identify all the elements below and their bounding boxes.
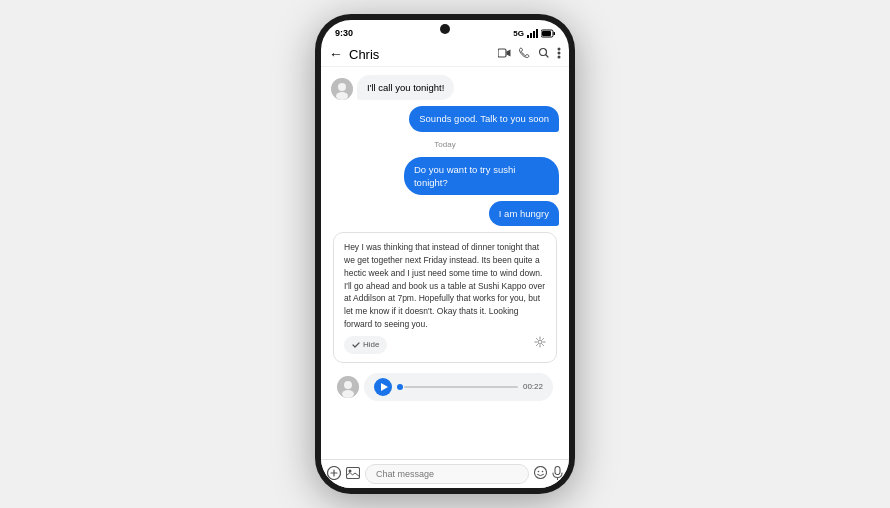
more-options-icon[interactable] <box>557 47 561 62</box>
image-icon[interactable] <box>346 467 360 482</box>
emoji-icon[interactable] <box>534 466 547 482</box>
chat-input[interactable] <box>365 464 529 484</box>
svg-rect-20 <box>347 467 360 478</box>
voice-bubble: 00:22 <box>364 373 553 401</box>
network-icon: 5G <box>513 29 524 38</box>
svg-point-13 <box>538 340 542 344</box>
svg-line-6 <box>546 55 549 58</box>
phone-frame: 9:30 5G ← Chris <box>315 14 575 494</box>
battery-icon <box>541 29 555 38</box>
svg-point-9 <box>558 55 561 58</box>
svg-point-16 <box>342 390 354 398</box>
header-action-icons <box>498 47 561 62</box>
status-time: 9:30 <box>335 28 353 38</box>
svg-rect-1 <box>554 32 556 35</box>
suggestion-actions: Hide <box>344 336 546 354</box>
message-row: Sounds good. Talk to you soon <box>331 106 559 131</box>
svg-marker-4 <box>507 50 511 57</box>
voice-avatar <box>337 376 359 398</box>
signal-bars <box>527 29 538 38</box>
svg-point-8 <box>558 51 561 54</box>
svg-point-24 <box>542 471 544 473</box>
svg-rect-2 <box>542 31 551 36</box>
hide-icon <box>352 341 360 349</box>
waveform <box>397 379 518 395</box>
chat-area: I'll call you tonight! Sounds good. Talk… <box>321 67 569 459</box>
search-icon[interactable] <box>538 47 549 61</box>
phone-camera <box>440 24 450 34</box>
message-row: Do you want to try sushi tonight? <box>331 157 559 196</box>
hide-button[interactable]: Hide <box>344 336 387 354</box>
phone-screen: 9:30 5G ← Chris <box>321 20 569 488</box>
top-bar: ← Chris <box>321 42 569 67</box>
svg-point-22 <box>535 467 547 479</box>
status-icons: 5G <box>513 29 555 38</box>
avatar <box>331 78 353 100</box>
suggestion-settings-icon[interactable] <box>534 336 546 353</box>
message-bubble: I am hungry <box>489 201 559 226</box>
svg-rect-3 <box>498 49 506 57</box>
suggestion-box: Hey I was thinking that instead of dinne… <box>333 232 557 362</box>
input-bar <box>321 459 569 488</box>
message-bubble: I'll call you tonight! <box>357 75 454 100</box>
message-row: I'll call you tonight! <box>331 75 559 100</box>
play-button[interactable] <box>374 378 392 396</box>
contact-name: Chris <box>349 47 492 62</box>
voice-duration: 00:22 <box>523 382 543 391</box>
svg-point-12 <box>336 92 348 100</box>
svg-point-11 <box>338 83 346 91</box>
svg-rect-25 <box>555 466 560 474</box>
add-icon[interactable] <box>327 466 341 483</box>
message-bubble: Do you want to try sushi tonight? <box>404 157 559 196</box>
video-call-icon[interactable] <box>498 47 511 61</box>
phone-call-icon[interactable] <box>519 47 530 61</box>
message-row: I am hungry <box>331 201 559 226</box>
svg-point-15 <box>344 381 352 389</box>
date-divider: Today <box>331 140 559 149</box>
mic-icon[interactable] <box>552 466 563 483</box>
back-button[interactable]: ← <box>329 46 343 62</box>
voice-message-row: 00:22 <box>331 369 559 405</box>
message-bubble: Sounds good. Talk to you soon <box>409 106 559 131</box>
svg-point-23 <box>538 471 540 473</box>
svg-point-7 <box>558 47 561 50</box>
